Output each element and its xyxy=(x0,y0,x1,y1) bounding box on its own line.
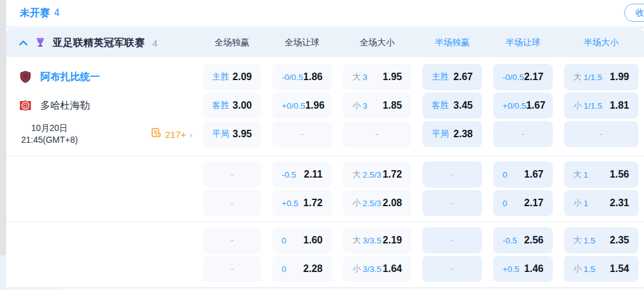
odds-cell[interactable]: 大31.95 xyxy=(343,64,411,90)
odds-cell[interactable]: 小1.51.54 xyxy=(564,256,638,282)
odds-value: 2.31 xyxy=(610,197,629,209)
overunder-prefix: 小 xyxy=(352,197,361,209)
odds-cell[interactable]: +0/0.51.96 xyxy=(272,93,332,119)
odds-cell[interactable]: 小2.5/32.08 xyxy=(343,190,411,216)
empty-odds-dash: - xyxy=(451,235,454,245)
odds-cell-empty: - xyxy=(203,161,261,188)
odds-cell[interactable]: 大1.52.35 xyxy=(564,227,638,253)
empty-odds-dash: - xyxy=(301,129,304,139)
odds-cell[interactable]: 主胜2.67 xyxy=(423,64,482,90)
odds-value: 1.67 xyxy=(524,169,543,180)
odds-cell[interactable]: 小12.31 xyxy=(564,190,638,216)
odds-cell[interactable]: 01.60 xyxy=(272,227,332,253)
markets-link[interactable]: 217+ › xyxy=(151,127,192,141)
odds-panel: 未开赛 4 收起 xyxy=(0,0,644,290)
column-header-half-overunder: 半场大小 xyxy=(558,37,644,48)
match-time: 21:45(GMT+8) xyxy=(21,134,78,146)
handicap-line: 1/1.5 xyxy=(584,101,602,111)
handicap-line: 3/3.5 xyxy=(363,265,382,274)
selection-label: +0/0.5 xyxy=(503,101,526,111)
selection-label: 客胜 xyxy=(432,100,449,111)
odds-cell-empty: - xyxy=(203,190,261,216)
overunder-prefix: 大 xyxy=(573,169,582,180)
odds-value: 2.67 xyxy=(454,71,473,83)
selection-label: -0/0.5 xyxy=(503,73,524,82)
handicap-line: 1.5 xyxy=(584,265,596,274)
odds-table: 阿布扎比统一 多哈杜海勒 xyxy=(6,57,644,288)
empty-odds-dash: - xyxy=(451,170,454,179)
odds-cell[interactable]: -0.52.11 xyxy=(272,161,332,188)
odds-value: 1.96 xyxy=(305,100,324,111)
selection-label: +0.5 xyxy=(503,265,519,274)
selection-label: 0 xyxy=(503,199,508,208)
odds-cell[interactable]: 平局3.95 xyxy=(203,121,261,147)
overunder-prefix: 小 xyxy=(573,100,582,111)
odds-value: 1.72 xyxy=(383,169,402,180)
empty-odds-dash: - xyxy=(600,129,603,139)
odds-cell[interactable]: 客胜3.45 xyxy=(423,93,482,119)
odds-selection-label: +0/0.5 xyxy=(503,101,526,111)
odds-value: 2.17 xyxy=(524,197,543,209)
odds-selection-label: 大2.5/3 xyxy=(352,169,382,180)
odds-cell-empty: - xyxy=(564,121,638,147)
odds-cell[interactable]: 大2.5/31.72 xyxy=(343,161,411,188)
odds-cell-empty: - xyxy=(423,256,482,282)
left-scrollbar[interactable] xyxy=(0,0,6,290)
empty-odds-dash: - xyxy=(231,235,234,245)
trophy-icon xyxy=(34,37,47,49)
odds-cell[interactable]: -0/0.52.17 xyxy=(493,64,553,90)
odds-cell-empty: - xyxy=(272,121,332,147)
match-meta-row: 10月20日 21:45(GMT+8) xyxy=(6,121,197,147)
odds-value: 2.19 xyxy=(383,235,402,246)
odds-selection-label: 小3/3.5 xyxy=(352,263,382,274)
odds-cell[interactable]: 小1/1.51.81 xyxy=(564,93,638,119)
odds-cell[interactable]: +0.51.72 xyxy=(272,190,332,216)
odds-cell[interactable]: 客胜3.00 xyxy=(203,93,261,119)
selection-label: 客胜 xyxy=(212,100,229,111)
collapse-button[interactable]: 收起 xyxy=(624,4,644,22)
league-name: 亚足联精英冠军联赛 xyxy=(53,37,145,50)
odds-value: 2.28 xyxy=(303,263,323,274)
odds-cell[interactable]: 01.67 xyxy=(493,161,553,188)
column-header-half-handicap: 半场让球 xyxy=(488,37,558,48)
odds-value: 1.60 xyxy=(303,235,323,246)
league-cell[interactable]: 亚足联精英冠军联赛 4 xyxy=(6,37,197,50)
handicap-line: 1 xyxy=(584,170,589,179)
scrollbar-thumb[interactable] xyxy=(0,0,6,256)
odds-cell[interactable]: 大3/3.52.19 xyxy=(343,227,411,253)
odds-value: 1.85 xyxy=(383,100,402,111)
odds-cell[interactable]: 主胜2.09 xyxy=(203,64,261,90)
odds-group-main: 阿布扎比统一 多哈杜海勒 xyxy=(6,57,644,156)
odds-selection-label: 0 xyxy=(503,170,508,179)
home-team-name[interactable]: 阿布扎比统一 xyxy=(40,71,100,84)
odds-value: 3.45 xyxy=(454,100,473,111)
selection-label: 平局 xyxy=(212,129,229,140)
odds-cell[interactable]: -0/0.51.86 xyxy=(272,64,332,90)
odds-cell[interactable]: 大1/1.51.99 xyxy=(564,64,638,90)
selection-label: 0 xyxy=(282,265,287,274)
status-tab-not-started[interactable]: 未开赛 4 xyxy=(6,7,60,20)
odds-value: 3.00 xyxy=(233,100,252,111)
odds-cell[interactable]: 02.17 xyxy=(493,190,553,216)
odds-cell[interactable]: 平局2.38 xyxy=(423,121,482,147)
odds-cell[interactable]: 大11.56 xyxy=(564,161,638,188)
status-label[interactable]: 未开赛 xyxy=(20,7,50,20)
handicap-line: 1.5 xyxy=(584,236,596,245)
away-team-badge-icon xyxy=(19,99,32,112)
odds-selection-label: 大1/1.5 xyxy=(573,71,602,83)
chevron-up-icon[interactable] xyxy=(19,40,28,46)
away-team-name[interactable]: 多哈杜海勒 xyxy=(40,99,90,112)
odds-selection-label: 0 xyxy=(282,265,287,274)
odds-cell[interactable]: +0.51.46 xyxy=(493,256,553,282)
odds-value: 2.17 xyxy=(524,71,543,83)
odds-cell[interactable]: 小31.85 xyxy=(343,93,411,119)
odds-cell[interactable]: +0/0.51.67 xyxy=(493,93,553,119)
odds-value: 1.46 xyxy=(524,263,543,274)
odds-selection-label: 大3/3.5 xyxy=(352,235,382,246)
odds-cell[interactable]: -0.52.56 xyxy=(493,227,553,253)
odds-cell-empty: - xyxy=(203,256,261,282)
odds-cell[interactable]: 小3/3.51.64 xyxy=(343,256,411,282)
odds-selection-label: -0/0.5 xyxy=(282,73,303,82)
handicap-line: 3 xyxy=(363,73,368,82)
odds-cell[interactable]: 02.28 xyxy=(272,256,332,282)
